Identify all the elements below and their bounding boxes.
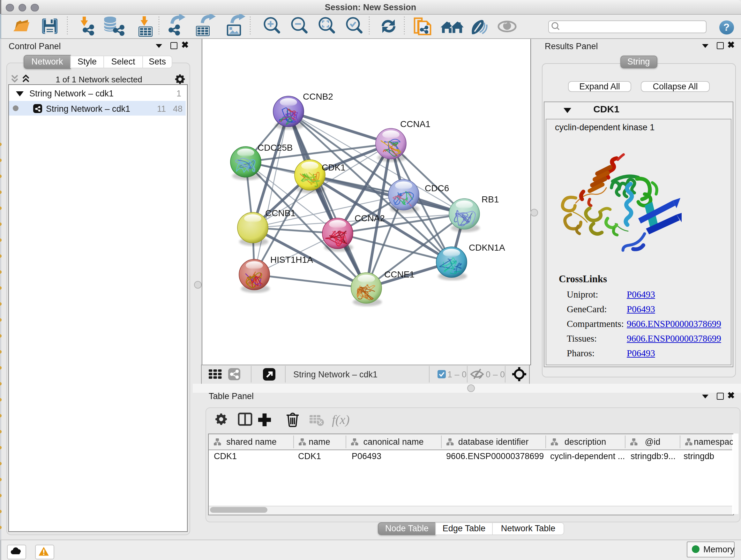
svg-text:CDKN1A: CDKN1A (468, 242, 505, 252)
svg-text:CDC25B: CDC25B (257, 142, 292, 152)
svg-text:database identifier: database identifier (458, 437, 529, 447)
svg-text:RB1: RB1 (481, 194, 498, 204)
svg-text:CCNA2: CCNA2 (354, 213, 385, 223)
svg-text:namespace: namespace (693, 437, 732, 447)
svg-text:CCNB1: CCNB1 (265, 208, 295, 218)
svg-text:f(x): f(x) (332, 413, 350, 427)
svg-text:CCNB2: CCNB2 (302, 91, 333, 101)
svg-text:CDC6: CDC6 (424, 183, 449, 193)
svg-text:description: description (564, 437, 606, 447)
svg-text:name: name (308, 437, 330, 447)
svg-text:shared name: shared name (226, 437, 276, 447)
svg-text:HIST1H1A: HIST1H1A (270, 254, 313, 264)
svg-text:CCNA1: CCNA1 (400, 119, 430, 129)
svg-text:canonical name: canonical name (363, 437, 423, 447)
svg-text:CCNE1: CCNE1 (384, 269, 414, 279)
svg-text:CDK1: CDK1 (321, 162, 345, 172)
svg-text:@id: @id (645, 437, 660, 447)
